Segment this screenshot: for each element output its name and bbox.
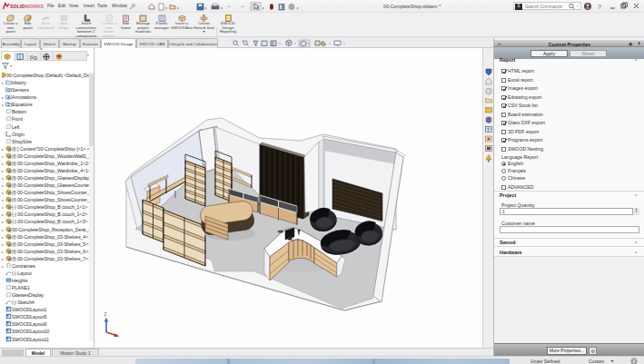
svg-text:?: ? [598,4,601,10]
svg-text:10: 10 [6,279,10,282]
svg-text:Σ: Σ [7,103,10,107]
svg-text:Z: Z [104,312,107,317]
svg-text:β: β [30,54,34,61]
svg-text:SOLIDWORKS: SOLIDWORKS [10,4,45,9]
